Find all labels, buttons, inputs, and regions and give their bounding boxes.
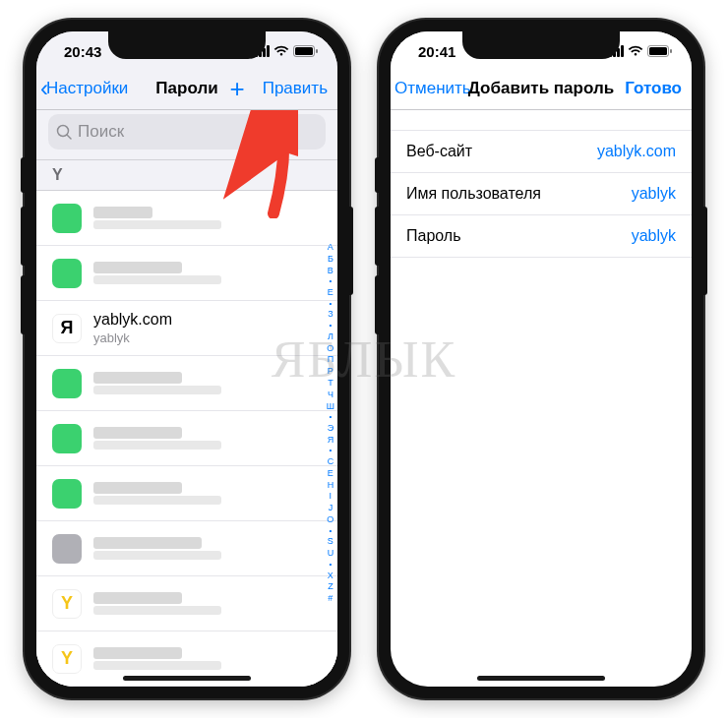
svg-rect-7 (670, 49, 672, 53)
index-letter[interactable]: # (327, 593, 334, 604)
index-letter[interactable]: Р (327, 366, 334, 377)
row-user: yablyk (93, 330, 172, 345)
index-letter[interactable]: • (327, 299, 334, 309)
index-letter[interactable]: З (327, 309, 334, 320)
index-letter[interactable]: • (327, 321, 334, 330)
nav-bar: Отменить Добавить пароль Готово (391, 71, 692, 110)
favicon-icon: Я (52, 314, 82, 343)
index-letter[interactable]: В (327, 266, 334, 276)
list-item[interactable] (36, 356, 337, 411)
iphone-right-mockup: 20:41 Отменить Добавить пароль Готово (379, 20, 703, 698)
notch (108, 31, 266, 59)
index-letter[interactable]: • (327, 276, 334, 286)
index-letter[interactable]: E (327, 468, 334, 479)
index-letter[interactable]: H (327, 480, 334, 491)
username-label: Имя пользователя (406, 185, 541, 203)
field-website[interactable]: Веб-сайт yablyk.com (391, 130, 692, 173)
index-letter[interactable]: Т (327, 378, 334, 389)
index-letter[interactable]: C (327, 456, 334, 467)
index-letter[interactable]: I (327, 491, 334, 502)
battery-icon (647, 45, 672, 57)
status-time: 20:41 (418, 43, 455, 60)
svg-rect-2 (316, 49, 318, 53)
index-letter[interactable]: Я (327, 435, 334, 446)
index-letter[interactable]: А (327, 242, 334, 253)
username-value: yablyk (632, 185, 676, 203)
website-value: yablyk.com (597, 143, 676, 160)
index-letter[interactable]: Е (327, 287, 334, 298)
status-time: 20:43 (64, 43, 101, 60)
list-item-yablyk[interactable]: Я yablyk.com yablyk (36, 301, 337, 356)
index-letter[interactable]: O (327, 514, 334, 525)
wifi-icon (628, 45, 643, 57)
index-letter[interactable]: • (327, 446, 334, 455)
index-letter[interactable]: Ш (327, 401, 334, 412)
search-container: Поиск (36, 110, 337, 159)
home-indicator[interactable] (123, 676, 251, 681)
password-label: Пароль (406, 227, 461, 245)
nav-bar: ‹ Настройки Пароли + Править (36, 71, 337, 110)
password-value: yablyk (632, 227, 676, 245)
section-header: Y (36, 159, 337, 191)
add-button[interactable]: + (230, 76, 245, 101)
index-letter[interactable]: О (327, 343, 334, 354)
index-letter[interactable]: Э (327, 423, 334, 434)
website-label: Веб-сайт (406, 143, 472, 160)
index-letter[interactable]: S (327, 536, 334, 547)
index-letter[interactable]: Z (327, 581, 334, 592)
notch (462, 31, 620, 59)
done-button[interactable]: Готово (625, 79, 682, 98)
cancel-button[interactable]: Отменить (394, 79, 471, 98)
password-list[interactable]: Y Я yablyk.com yablyk АБВ•Е•З•ЛОПРТЧШ•ЭЯ… (36, 159, 337, 687)
home-indicator[interactable] (477, 676, 605, 681)
back-label: Настройки (46, 79, 128, 98)
svg-line-4 (67, 135, 71, 139)
wifi-icon (273, 45, 289, 57)
back-button[interactable]: ‹ Настройки (40, 77, 128, 100)
svg-rect-1 (295, 47, 313, 55)
list-item[interactable] (36, 411, 337, 466)
list-item[interactable] (36, 466, 337, 521)
index-letter[interactable]: X (327, 571, 334, 581)
list-item[interactable] (36, 246, 337, 301)
index-letter[interactable]: • (327, 412, 334, 422)
screen-passwords: 20:43 ‹ Настройки Пароли + Править (36, 31, 337, 687)
index-letter[interactable]: J (327, 503, 334, 513)
section-index[interactable]: АБВ•Е•З•ЛОПРТЧШ•ЭЯ•CEHIJO•SU•XZ# (327, 159, 334, 687)
svg-rect-6 (649, 47, 667, 55)
row-site: yablyk.com (93, 311, 172, 329)
iphone-left-mockup: 20:43 ‹ Настройки Пароли + Править (25, 20, 349, 698)
field-password[interactable]: Пароль yablyk (391, 215, 692, 258)
edit-button[interactable]: Править (263, 79, 328, 98)
index-letter[interactable]: П (327, 354, 334, 365)
list-item[interactable] (36, 576, 337, 631)
index-letter[interactable]: • (327, 560, 334, 570)
screen-add-password: 20:41 Отменить Добавить пароль Готово (391, 31, 692, 687)
index-letter[interactable]: Б (327, 254, 334, 265)
index-letter[interactable]: • (327, 526, 334, 536)
search-input[interactable]: Поиск (48, 114, 326, 150)
list-item[interactable] (36, 191, 337, 246)
index-letter[interactable]: Ч (327, 390, 334, 400)
battery-icon (293, 45, 318, 57)
field-username[interactable]: Имя пользователя yablyk (391, 173, 692, 215)
search-icon (56, 124, 72, 140)
index-letter[interactable]: Л (327, 331, 334, 342)
search-placeholder: Поиск (78, 122, 124, 142)
list-item[interactable] (36, 521, 337, 576)
index-letter[interactable]: U (327, 548, 334, 559)
